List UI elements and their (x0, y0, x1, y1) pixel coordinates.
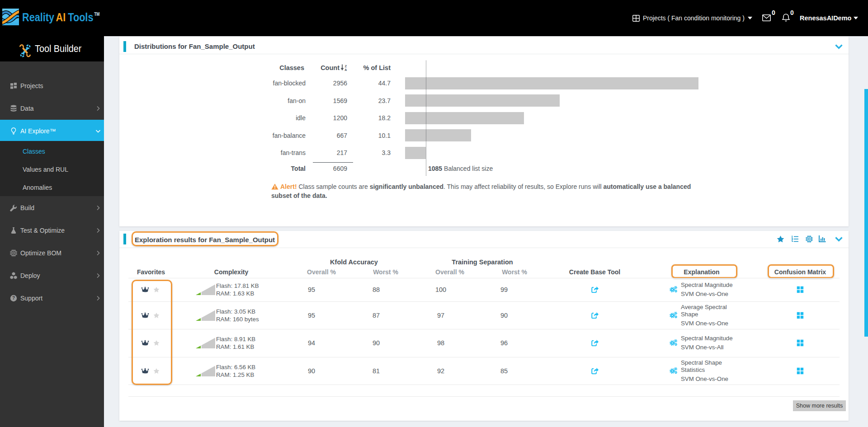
svg-text:?: ? (12, 296, 15, 300)
